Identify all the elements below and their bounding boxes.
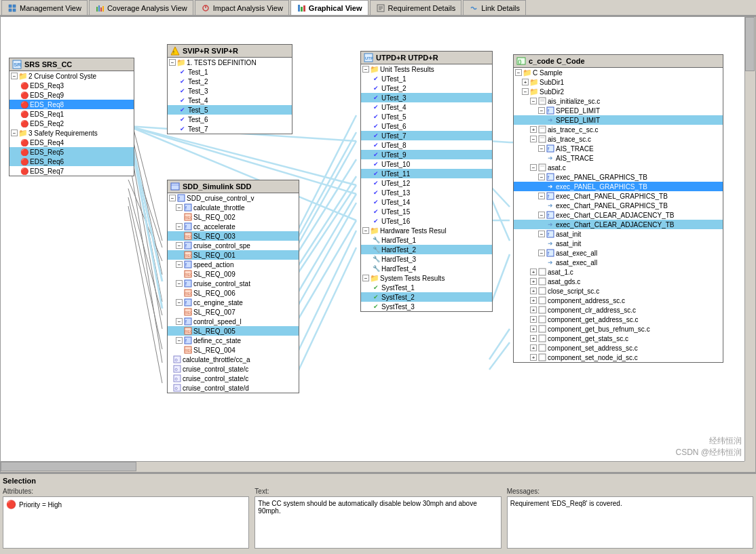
- utpd-utest9[interactable]: ✔ UTest_9: [361, 150, 492, 159]
- ccode-ecca-func[interactable]: − f exec_Chart_CLEAR_ADJACENCY_TB: [514, 210, 723, 220]
- vertical-scrollbar[interactable]: [744, 17, 755, 461]
- utpd-unit-folder[interactable]: − 📁 Unit Tests Results: [361, 64, 492, 74]
- sdd-ref4[interactable]: ⚙ cruise_control_state/d: [168, 383, 299, 393]
- expand-icon-sl[interactable]: −: [538, 107, 545, 114]
- srs-item-eds6[interactable]: 🔴 EDS_Req6: [10, 157, 134, 166]
- expand-icon-compset[interactable]: +: [530, 344, 537, 351]
- horizontal-scroll-thumb[interactable]: [1, 462, 136, 471]
- sdd-sl009[interactable]: REQ SL_REQ_009: [168, 269, 299, 279]
- ccode-speed-limit-arrow[interactable]: ➜ SPEED_LIMIT: [514, 115, 723, 125]
- srs-item-eds1[interactable]: 🔴 EDS_Req1: [10, 109, 134, 119]
- utpd-hard4[interactable]: 🔧 HardTest_4: [361, 264, 492, 273]
- sdd-speed-action[interactable]: − f speed_action: [168, 260, 299, 269]
- ccode-speed-limit-func[interactable]: − f SPEED_LIMIT: [514, 106, 723, 115]
- expand-icon-asatgds[interactable]: +: [530, 278, 537, 285]
- svip-test5[interactable]: ✔ Test_5: [168, 105, 292, 115]
- utpd-hard1[interactable]: 🔧 HardTest_1: [361, 235, 492, 245]
- expand-icon-ecca[interactable]: −: [538, 212, 545, 218]
- utpd-utest8[interactable]: ✔ UTest_8: [361, 140, 492, 150]
- expand-icon-ccs[interactable]: −: [176, 242, 183, 249]
- sdd-sl001[interactable]: REQ SL_REQ_001: [168, 250, 299, 260]
- tab-graphical[interactable]: Graphical View: [290, 0, 368, 15]
- ccode-ecca-arrow[interactable]: ➜ exec_Chart_CLEAR_ADJACENCY_TB: [514, 220, 723, 229]
- ccode-epg-func[interactable]: − f exec_PANEL_GRAPHICS_TB: [514, 172, 723, 182]
- ccode-compclr[interactable]: + component_clr_address_sc.c: [514, 305, 723, 315]
- expand-icon-compbus[interactable]: +: [530, 325, 537, 332]
- expand-icon-at[interactable]: −: [530, 136, 537, 142]
- sdd-engine[interactable]: − f cc_engine_state: [168, 298, 299, 307]
- utpd-utest1[interactable]: ✔ UTest_1: [361, 74, 492, 83]
- expand-icon-eng[interactable]: −: [176, 299, 183, 306]
- sdd-sl004[interactable]: REQ SL_REQ_004: [168, 345, 299, 355]
- tab-impact[interactable]: Impact Analysis View: [195, 0, 289, 15]
- ccode-ecpg-func[interactable]: − f exec_Chart_PANEL_GRAPHICS_TB: [514, 191, 723, 201]
- sdd-ccs[interactable]: − f cruise_control_spe: [168, 241, 299, 250]
- srs-item-eds2[interactable]: 🔴 EDS_Req2: [10, 119, 134, 128]
- svip-item-def[interactable]: − 📁 1. TESTS DEFINITION: [168, 58, 292, 67]
- srs-item-eds9[interactable]: 🔴 EDS_Req9: [10, 90, 134, 100]
- sdd-sl007[interactable]: REQ SL_REQ_007: [168, 307, 299, 317]
- ccode-compbus[interactable]: + component_get_bus_refnum_sc.c: [514, 324, 723, 334]
- expand-icon-cc[interactable]: −: [176, 223, 183, 230]
- expand-icon-compaddr[interactable]: +: [530, 297, 537, 304]
- ccode-compset[interactable]: + component_set_address_sc.c: [514, 343, 723, 353]
- graph-area[interactable]: SRS SRS SRS_CC − 📁 2 Cruise Control Syst…: [0, 16, 756, 473]
- utpd-utest12[interactable]: ✔ UTest_12: [361, 178, 492, 188]
- expand-icon-asatinit[interactable]: −: [538, 231, 545, 237]
- srs-item-0[interactable]: − 📁 2 Cruise Control Syste: [10, 71, 134, 81]
- ccode-asat[interactable]: − asat.c: [514, 163, 723, 172]
- expand-icon-compget[interactable]: +: [530, 316, 537, 323]
- sdd-sl003[interactable]: REQ SL_REQ_003: [168, 231, 299, 241]
- expand-icon-aisinit[interactable]: −: [530, 98, 537, 104]
- utpd-utest16[interactable]: ✔ UTest_16: [361, 216, 492, 226]
- expand-icon-sd1[interactable]: +: [522, 79, 529, 85]
- utpd-utest6[interactable]: ✔ UTest_6: [361, 121, 492, 131]
- ccode-asat1[interactable]: + asat_1.c: [514, 267, 723, 277]
- horizontal-scrollbar[interactable]: [1, 461, 744, 472]
- svip-test2[interactable]: ✔ Test_2: [168, 77, 292, 86]
- utpd-utest7[interactable]: ✔ UTest_7: [361, 131, 492, 140]
- expand-icon-ecpg[interactable]: −: [538, 193, 545, 199]
- sdd-cspeed[interactable]: − f control_speed_l: [168, 317, 299, 326]
- sdd-ccs2[interactable]: − f cruise_control_stat: [168, 279, 299, 288]
- sdd-sl005[interactable]: REQ SL_REQ_005: [168, 326, 299, 336]
- utpd-utest3[interactable]: ✔ UTest_3: [361, 93, 492, 102]
- sdd-root[interactable]: − f SDD_cruise_control_v: [168, 193, 299, 203]
- srs-safety[interactable]: − 📁 3 Safety Requirements: [10, 128, 134, 138]
- expand-icon-asatexec[interactable]: −: [538, 250, 545, 256]
- ccode-asatinit-func[interactable]: − f asat_init: [514, 229, 723, 239]
- expand-icon-sdd[interactable]: −: [169, 195, 176, 201]
- expand-icon-safety[interactable]: −: [11, 130, 18, 136]
- ccode-asatgds[interactable]: + asat_gds.c: [514, 277, 723, 286]
- sdd-sl006[interactable]: REQ SL_REQ_006: [168, 288, 299, 298]
- srs-item-eds3[interactable]: 🔴 EDS_Req3: [10, 81, 134, 90]
- utpd-hard3[interactable]: 🔧 HardTest_3: [361, 254, 492, 264]
- expand-icon-sa[interactable]: −: [176, 261, 183, 268]
- expand-icon-asat[interactable]: −: [530, 164, 537, 171]
- ccode-subdir1[interactable]: + 📁 SubDir1: [514, 77, 723, 87]
- ccode-subdir2[interactable]: − 📁 SubDir2: [514, 87, 723, 96]
- ccode-close[interactable]: + close_script_sc.c: [514, 286, 723, 296]
- ccode-asatexec-func[interactable]: − f asat_exec_all: [514, 248, 723, 258]
- svip-test4[interactable]: ✔ Test_4: [168, 96, 292, 105]
- utpd-sys-folder[interactable]: − 📁 System Tests Results: [361, 273, 492, 283]
- expand-icon-hard[interactable]: −: [362, 227, 369, 234]
- srs-item-eds5[interactable]: 🔴 EDS_Req5: [10, 147, 134, 157]
- vertical-scroll-thumb[interactable]: [745, 17, 755, 71]
- expand-icon-0[interactable]: −: [11, 73, 18, 79]
- expand-icon-compclr[interactable]: +: [530, 306, 537, 313]
- ccode-aistrace-arrow[interactable]: ➜ AIS_TRACE: [514, 153, 723, 163]
- ccode-compnode[interactable]: + component_set_node_id_sc.c: [514, 353, 723, 362]
- utpd-sys1[interactable]: ✔ SystTest_1: [361, 283, 492, 292]
- utpd-sys3[interactable]: ✔ SystTest_3: [361, 302, 492, 311]
- utpd-utest13[interactable]: ✔ UTest_13: [361, 188, 492, 197]
- expand-icon-atc[interactable]: +: [530, 126, 537, 133]
- svip-test6[interactable]: ✔ Test_6: [168, 115, 292, 124]
- utpd-hard2[interactable]: 🔧 HardTest_2: [361, 245, 492, 254]
- utpd-utest2[interactable]: ✔ UTest_2: [361, 83, 492, 93]
- svip-test1[interactable]: ✔ Test_1: [168, 67, 292, 77]
- utpd-utest11[interactable]: ✔ UTest_11: [361, 169, 492, 178]
- svip-test3[interactable]: ✔ Test_3: [168, 86, 292, 96]
- expand-icon-cspeed[interactable]: −: [176, 318, 183, 325]
- sdd-calc-throttle[interactable]: − f calculate_throttle: [168, 203, 299, 212]
